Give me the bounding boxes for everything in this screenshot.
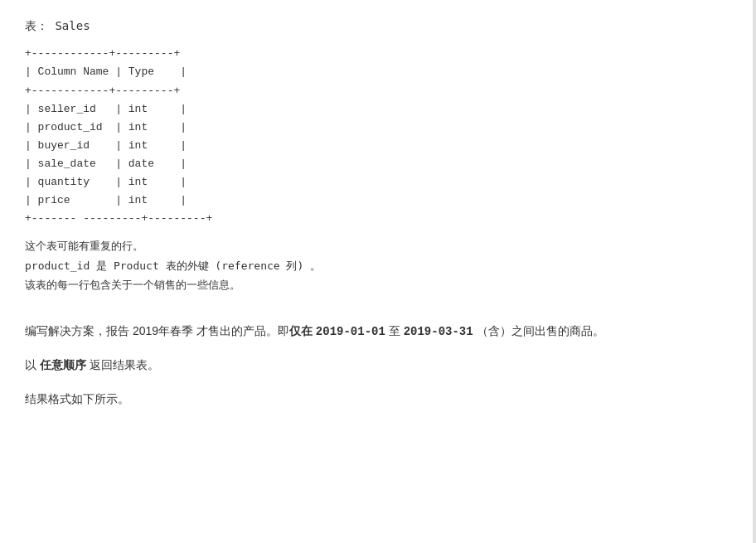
bold-only: 仅在: [289, 324, 313, 337]
bold-any-order: 任意顺序: [40, 358, 86, 371]
right-border-decoration: [753, 0, 756, 438]
table-label: 表： Sales: [25, 17, 731, 35]
problem-section: 编写解决方案，报告 2019年春季 才售出的产品。即仅在 2019-01-01 …: [25, 320, 731, 410]
format-instruction: 结果格式如下所示。: [25, 388, 731, 410]
description-line-1: 这个表可能有重复的行。: [25, 236, 731, 255]
date-start: 2019-01-01: [316, 325, 385, 338]
order-instruction: 以 任意顺序 返回结果表。: [25, 354, 731, 376]
problem-description: 编写解决方案，报告 2019年春季 才售出的产品。即仅在 2019-01-01 …: [25, 320, 731, 343]
description-line-3: 该表的每一行包含关于一个销售的一些信息。: [25, 275, 731, 294]
schema-block: +------------+---------+ | Column Name |…: [25, 45, 731, 228]
description-line-2: product_id 是 Product 表的外键 (reference 列) …: [25, 256, 731, 275]
date-end: 2019-03-31: [404, 325, 473, 338]
description-block: 这个表可能有重复的行。 product_id 是 Product 表的外键 (r…: [25, 236, 731, 294]
